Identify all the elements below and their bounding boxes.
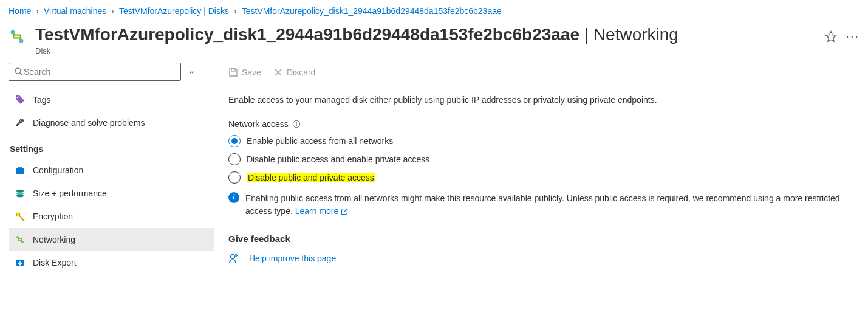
- sidebar-item-label: Disk Export: [33, 258, 77, 268]
- breadcrumb-home[interactable]: Home: [9, 6, 31, 16]
- chevron-right-icon: ›: [234, 6, 237, 16]
- sidebar-item-label: Size + performance: [33, 188, 107, 198]
- breadcrumb-vms[interactable]: Virtual machines: [44, 6, 106, 16]
- search-icon: [14, 67, 24, 77]
- tag-icon: [15, 94, 26, 105]
- radio-option-disable-all[interactable]: Disable public and private access: [228, 171, 856, 184]
- sidebar: « Tags Diagnose and solve problems Setti…: [0, 63, 214, 274]
- radio-button[interactable]: [228, 135, 241, 147]
- page-title: TestVMforAzurepolicy_disk1_2944a91b6d294…: [35, 24, 815, 45]
- briefcase-icon: [15, 165, 26, 176]
- wrench-icon: [15, 117, 26, 128]
- radio-option-public-all[interactable]: Enable public access from all networks: [228, 135, 856, 147]
- svg-point-16: [296, 122, 297, 123]
- sidebar-item-label: Tags: [33, 95, 51, 105]
- description-text: Enable access to your managed disk eithe…: [228, 95, 856, 105]
- svg-point-18: [231, 254, 235, 258]
- page-header: TestVMforAzurepolicy_disk1_2944a91b6d294…: [0, 22, 868, 63]
- svg-point-2: [15, 68, 21, 74]
- svg-point-4: [17, 96, 19, 98]
- save-button[interactable]: Save: [228, 67, 261, 77]
- search-input[interactable]: [24, 67, 176, 77]
- toolbar: Save Discard: [228, 63, 856, 86]
- sidebar-item-tags[interactable]: Tags: [9, 88, 214, 111]
- radio-button[interactable]: [228, 153, 241, 165]
- favorite-star-icon[interactable]: [825, 30, 837, 43]
- radio-label-highlighted: Disable public and private access: [247, 173, 375, 182]
- sidebar-item-label: Encryption: [33, 212, 73, 221]
- svg-point-9: [16, 194, 24, 197]
- info-icon: i: [228, 192, 239, 203]
- svg-rect-6: [18, 167, 22, 169]
- sidebar-item-label: Diagnose and solve problems: [33, 118, 145, 128]
- sidebar-item-disk-export[interactable]: Disk Export: [9, 251, 214, 274]
- external-link-icon: [341, 208, 348, 215]
- svg-point-7: [16, 189, 24, 192]
- svg-line-3: [20, 73, 22, 75]
- sidebar-group-settings: Settings: [9, 134, 214, 159]
- disk-network-icon: [9, 28, 26, 45]
- discard-button[interactable]: Discard: [273, 67, 315, 77]
- info-icon[interactable]: [292, 120, 301, 128]
- key-icon: [15, 211, 26, 222]
- sidebar-item-size-performance[interactable]: Size + performance: [9, 182, 214, 205]
- collapse-sidebar-button[interactable]: «: [190, 67, 194, 77]
- main-content: Save Discard Enable access to your manag…: [214, 63, 868, 274]
- learn-more-link[interactable]: Learn more: [295, 206, 348, 216]
- chevron-right-icon: ›: [111, 6, 114, 16]
- info-message: i Enabling public access from all networ…: [228, 192, 856, 218]
- disks-icon: [15, 188, 26, 199]
- sidebar-item-label: Configuration: [33, 165, 83, 175]
- resource-type-label: Disk: [35, 46, 815, 55]
- feedback-heading: Give feedback: [228, 233, 856, 244]
- svg-rect-14: [231, 69, 235, 71]
- discard-icon: [273, 67, 283, 77]
- sidebar-search[interactable]: [9, 63, 181, 81]
- sidebar-item-diagnose[interactable]: Diagnose and solve problems: [9, 111, 214, 134]
- feedback-link[interactable]: Help improve this page: [228, 252, 856, 264]
- chevron-right-icon: ›: [36, 6, 39, 16]
- sidebar-item-configuration[interactable]: Configuration: [9, 159, 214, 182]
- svg-rect-17: [296, 123, 296, 126]
- svg-point-8: [16, 192, 24, 195]
- network-icon: [15, 234, 26, 245]
- sidebar-item-encryption[interactable]: Encryption: [9, 205, 214, 228]
- radio-label: Disable public access and enable private…: [247, 154, 429, 164]
- feedback-icon: [228, 252, 241, 264]
- radio-label: Enable public access from all networks: [247, 136, 393, 146]
- radio-button[interactable]: [228, 171, 241, 184]
- network-access-options: Enable public access from all networks D…: [228, 135, 856, 184]
- sidebar-item-label: Networking: [33, 235, 75, 244]
- save-icon: [228, 67, 238, 77]
- breadcrumb-disks[interactable]: TestVMforAzurepolicy | Disks: [119, 6, 229, 16]
- radio-option-private[interactable]: Disable public access and enable private…: [228, 153, 856, 165]
- more-actions-button[interactable]: ···: [846, 29, 859, 43]
- sidebar-item-networking[interactable]: Networking: [9, 228, 214, 251]
- export-icon: [15, 257, 26, 268]
- breadcrumb-current[interactable]: TestVMforAzurepolicy_disk1_2944a91b6d294…: [242, 6, 502, 16]
- breadcrumb: Home › Virtual machines › TestVMforAzure…: [0, 0, 868, 22]
- network-access-label: Network access: [228, 119, 856, 129]
